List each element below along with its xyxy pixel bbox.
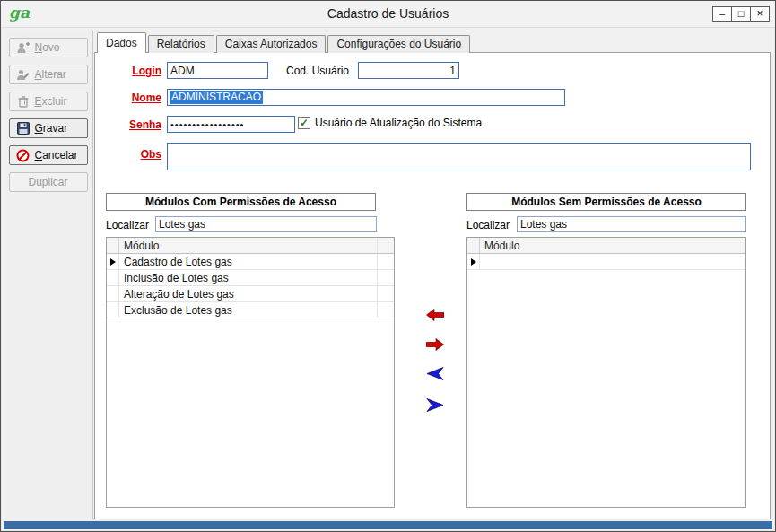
left-modules-grid[interactable]: Módulo Cadastro de Lotes gas Inclusão de… <box>106 237 395 508</box>
left-localizar-input[interactable] <box>155 216 377 232</box>
duplicar-label: Duplicar <box>28 176 67 188</box>
edit-user-icon <box>16 67 31 82</box>
move-left-button[interactable] <box>422 307 449 325</box>
login-label: Login <box>102 65 161 77</box>
bottom-accent-bar <box>4 521 772 529</box>
red-arrow-left-icon <box>426 309 444 324</box>
sidebar: Novo Alterar Excluir Gravar Cancelar <box>4 31 93 519</box>
alterar-button[interactable]: Alterar <box>9 65 88 84</box>
left-grid-indicator-header <box>107 238 119 253</box>
update-user-checkbox[interactable]: ✓ <box>298 117 310 129</box>
maximize-button[interactable]: □ <box>731 6 751 22</box>
left-panel-title: Módulos Com Permissões de Acesso <box>106 193 376 211</box>
nome-selected-text: ADMINISTRACAO <box>170 91 263 104</box>
tab-caixas-autorizados[interactable]: Caixas Autorizados <box>216 35 327 53</box>
senha-input[interactable] <box>167 116 295 133</box>
blue-arrow-right-icon <box>426 398 444 414</box>
novo-label: Novo <box>35 41 60 54</box>
window-title: Cadastro de Usuários <box>1 6 775 21</box>
cancelar-label: Cancelar <box>35 149 78 161</box>
obs-label: Obs <box>102 148 161 161</box>
tab-page-dados: Login Cod. Usuário Nome ADMINISTRACAO Se… <box>94 52 771 519</box>
move-all-left-button[interactable] <box>422 366 449 384</box>
right-grid-header: Módulo <box>467 238 745 254</box>
tab-configuracoes-usuario[interactable]: Configurações do Usuário <box>327 35 470 53</box>
table-row[interactable]: Inclusão de Lotes gas <box>107 270 394 286</box>
excluir-label: Excluir <box>35 95 67 108</box>
blue-arrow-left-icon <box>426 367 444 383</box>
right-panel-title: Módulos Sem Permissões de Acesso <box>466 193 746 211</box>
module-cell: Alteração de Lotes gas <box>119 286 378 301</box>
close-button[interactable]: × <box>750 6 770 22</box>
tabstrip: Dados Relatórios Caixas Autorizados Conf… <box>97 32 770 53</box>
nome-label: Nome <box>102 92 161 104</box>
obs-input[interactable] <box>167 143 751 170</box>
caption-buttons: – □ × <box>713 6 770 22</box>
trash-icon <box>16 94 31 109</box>
cod-usuario-label: Cod. Usuário <box>286 65 349 77</box>
right-grid-column-modulo: Módulo <box>480 238 745 253</box>
update-user-checkbox-row: ✓ Usuário de Atualização do Sistema <box>298 117 482 129</box>
module-cell: Exclusão de Lotes gas <box>119 302 378 318</box>
window-titlebar: ga Cadastro de Usuários – □ × <box>1 1 775 28</box>
gravar-button[interactable]: Gravar <box>9 118 88 138</box>
gravar-label: Gravar <box>35 122 68 135</box>
table-row[interactable]: Cadastro de Lotes gas <box>107 254 394 270</box>
module-cell: Cadastro de Lotes gas <box>119 254 378 269</box>
alterar-label: Alterar <box>35 68 66 81</box>
selected-row-arrow-icon <box>110 258 116 266</box>
right-grid-indicator-header <box>467 238 480 253</box>
move-all-right-button[interactable] <box>422 397 449 415</box>
duplicar-button[interactable]: Duplicar <box>9 172 88 192</box>
row-indicator <box>107 302 119 318</box>
save-icon <box>16 121 31 135</box>
new-user-icon <box>16 40 31 55</box>
row-indicator <box>107 270 119 285</box>
red-arrow-right-icon <box>426 338 444 353</box>
module-cell: Inclusão de Lotes gas <box>119 270 378 285</box>
module-cell <box>480 254 745 269</box>
nome-input[interactable]: ADMINISTRACAO <box>167 89 565 106</box>
check-icon: ✓ <box>300 118 309 128</box>
left-grid-header: Módulo <box>107 238 394 254</box>
tab-relatorios[interactable]: Relatórios <box>148 35 214 53</box>
cancelar-button[interactable]: Cancelar <box>9 145 88 165</box>
row-indicator <box>107 254 119 269</box>
cancel-icon <box>16 148 31 162</box>
row-indicator <box>107 286 119 301</box>
table-row[interactable]: Alteração de Lotes gas <box>107 286 394 302</box>
tab-dados[interactable]: Dados <box>97 32 146 53</box>
right-localizar-input[interactable] <box>517 216 746 232</box>
move-right-button[interactable] <box>422 336 449 354</box>
table-row[interactable] <box>467 254 745 270</box>
app-window: ga Cadastro de Usuários – □ × Novo Alter… <box>0 0 776 532</box>
cod-usuario-input[interactable] <box>358 62 459 79</box>
minimize-button[interactable]: – <box>712 6 732 22</box>
selected-row-arrow-icon <box>471 258 476 266</box>
row-indicator <box>467 254 480 269</box>
table-row[interactable]: Exclusão de Lotes gas <box>107 302 394 318</box>
excluir-button[interactable]: Excluir <box>9 92 88 111</box>
novo-button[interactable]: Novo <box>9 38 88 57</box>
right-localizar-label: Localizar <box>466 219 510 231</box>
right-modules-grid[interactable]: Módulo <box>466 237 746 508</box>
left-localizar-label: Localizar <box>106 219 149 231</box>
login-input[interactable] <box>167 62 268 79</box>
left-grid-column-modulo: Módulo <box>119 238 378 253</box>
update-user-label: Usuário de Atualização do Sistema <box>315 117 482 129</box>
senha-label: Senha <box>102 118 161 131</box>
